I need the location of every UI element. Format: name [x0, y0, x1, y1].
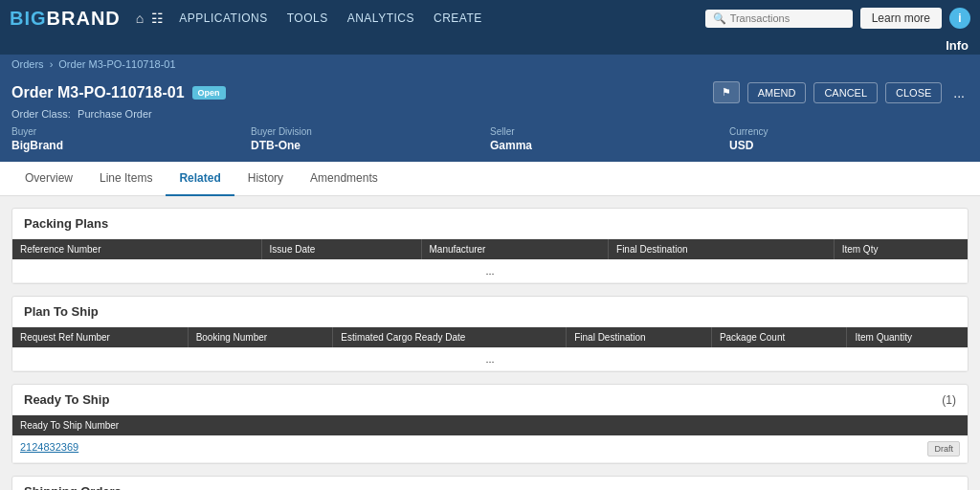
- info-button[interactable]: i: [949, 8, 970, 29]
- main-content: Packing Plans Reference Number Issue Dat…: [0, 196, 980, 490]
- tabs-bar: Overview Line Items Related History Amen…: [0, 162, 980, 196]
- ready-to-ship-count: (1): [942, 393, 956, 407]
- tab-related[interactable]: Related: [166, 162, 234, 196]
- tab-history[interactable]: History: [234, 162, 297, 196]
- order-class-label: Order Class:: [11, 108, 71, 120]
- order-fields: Buyer BigBrand Buyer Division DTB-One Se…: [11, 126, 969, 152]
- plan-to-ship-empty-row: ...: [12, 347, 968, 371]
- breadcrumb: Orders › Order M3-PO-110718-01: [0, 55, 980, 74]
- search-icon: 🔍: [713, 12, 726, 25]
- top-navigation: BIGBRAND ⌂ ☷ APPLICATIONS TOOLS ANALYTIC…: [0, 0, 980, 36]
- packing-plans-header-row: Reference Number Issue Date Manufacturer…: [12, 239, 968, 259]
- brand-name-part2: BRAND: [47, 8, 121, 29]
- plan-to-ship-title: Plan To Ship: [24, 304, 99, 319]
- buyer-field: Buyer BigBrand: [11, 126, 251, 152]
- nav-tools[interactable]: TOOLS: [287, 11, 328, 25]
- ready-to-ship-section: Ready To Ship (1) Ready To Ship Number 2…: [11, 384, 969, 464]
- breadcrumb-order-id[interactable]: Order M3-PO-110718-01: [58, 58, 175, 70]
- nav-links: APPLICATIONS TOOLS ANALYTICS CREATE: [179, 11, 482, 25]
- plan-to-ship-table: Request Ref Number Booking Number Estima…: [12, 327, 968, 371]
- currency-value: USD: [729, 139, 969, 152]
- shipping-orders-header: Shipping Orders: [12, 477, 968, 490]
- col-item-qty: Item Qty: [834, 239, 968, 259]
- rts-number-cell: 2124832369 Draft: [12, 435, 968, 463]
- buyer-label: Buyer: [11, 126, 251, 137]
- packing-plans-empty-text: ...: [12, 259, 968, 283]
- seller-field: Seller Gamma: [490, 126, 729, 152]
- col-final-destination: Final Destination: [609, 239, 835, 259]
- col-reference-number: Reference Number: [12, 239, 261, 259]
- shipping-orders-section: Shipping Orders Shipping Order Number Sh…: [11, 476, 969, 490]
- currency-field: Currency USD: [729, 126, 969, 152]
- order-status-badge: Open: [192, 86, 226, 100]
- packing-plans-header: Packing Plans: [12, 209, 968, 239]
- currency-label: Currency: [729, 126, 969, 137]
- flag-button[interactable]: ⚑: [713, 81, 740, 103]
- packing-plans-section: Packing Plans Reference Number Issue Dat…: [11, 208, 969, 284]
- ready-to-ship-header-row: Ready To Ship Number: [12, 415, 968, 435]
- plan-to-ship-section: Plan To Ship Request Ref Number Booking …: [11, 296, 969, 372]
- col-booking-number: Booking Number: [188, 327, 333, 347]
- buyer-division-field: Buyer Division DTB-One: [251, 126, 490, 152]
- order-class-value: Purchase Order: [78, 108, 152, 120]
- amend-button[interactable]: AMEND: [747, 82, 807, 103]
- rts-number-link[interactable]: 2124832369: [20, 441, 78, 453]
- nav-applications[interactable]: APPLICATIONS: [179, 11, 267, 25]
- rts-status-badge: Draft: [927, 441, 960, 457]
- plan-to-ship-header: Plan To Ship: [12, 297, 968, 327]
- packing-plans-title: Packing Plans: [24, 216, 108, 231]
- col-package-count: Package Count: [711, 327, 847, 347]
- search-input[interactable]: [730, 12, 845, 24]
- packing-plans-empty-row: ...: [12, 259, 968, 283]
- col-manufacturer: Manufacturer: [421, 239, 609, 259]
- more-actions-button[interactable]: ...: [949, 83, 969, 102]
- tab-line-items[interactable]: Line Items: [86, 162, 166, 196]
- order-class-row: Order Class: Purchase Order: [11, 107, 969, 121]
- breadcrumb-separator: ›: [50, 58, 54, 70]
- shipping-orders-title: Shipping Orders: [24, 484, 122, 490]
- packing-plans-table: Reference Number Issue Date Manufacturer…: [12, 239, 968, 283]
- col-cargo-ready-date: Estimated Cargo Ready Date: [333, 327, 567, 347]
- order-title: Order M3-PO-110718-01: [11, 84, 185, 101]
- breadcrumb-orders[interactable]: Orders: [11, 58, 44, 70]
- nav-create[interactable]: CREATE: [434, 11, 482, 25]
- learn-more-button[interactable]: Learn more: [860, 8, 942, 29]
- col-request-ref: Request Ref Number: [12, 327, 188, 347]
- ready-to-ship-title: Ready To Ship: [24, 392, 109, 407]
- plan-to-ship-empty-text: ...: [12, 347, 968, 371]
- buyer-division-label: Buyer Division: [251, 126, 490, 137]
- home-icon[interactable]: ⌂: [136, 11, 144, 26]
- plan-to-ship-header-row: Request Ref Number Booking Number Estima…: [12, 327, 968, 347]
- cancel-button[interactable]: CANCEL: [813, 82, 878, 103]
- nav-right: 🔍 Learn more i: [705, 8, 970, 29]
- brand-logo: BIGBRAND: [10, 8, 121, 30]
- seller-value: Gamma: [490, 139, 729, 152]
- tab-overview[interactable]: Overview: [11, 162, 86, 196]
- info-banner: Info: [0, 36, 980, 55]
- document-icon[interactable]: ☷: [151, 11, 164, 26]
- close-button[interactable]: CLOSE: [885, 82, 942, 103]
- col-pts-final-dest: Final Destination: [567, 327, 712, 347]
- seller-label: Seller: [490, 126, 729, 137]
- order-header: Order M3-PO-110718-01 Open ⚑ AMEND CANCE…: [0, 74, 980, 162]
- buyer-value: BigBrand: [11, 139, 251, 152]
- brand-name-part1: BIG: [10, 8, 47, 29]
- col-item-quantity: Item Quantity: [847, 327, 968, 347]
- ready-to-ship-table: Ready To Ship Number 2124832369 Draft: [12, 415, 968, 463]
- tab-amendments[interactable]: Amendments: [297, 162, 391, 196]
- order-title-row: Order M3-PO-110718-01 Open ⚑ AMEND CANCE…: [11, 81, 969, 103]
- order-actions: ⚑ AMEND CANCEL CLOSE ...: [713, 81, 969, 103]
- nav-analytics[interactable]: ANALYTICS: [347, 11, 414, 25]
- ready-to-ship-header: Ready To Ship (1): [12, 385, 968, 415]
- col-rts-number: Ready To Ship Number: [12, 415, 968, 435]
- ready-to-ship-row: 2124832369 Draft: [12, 435, 968, 463]
- order-title-left: Order M3-PO-110718-01 Open: [11, 84, 226, 101]
- buyer-division-value: DTB-One: [251, 139, 490, 152]
- search-box[interactable]: 🔍: [705, 10, 853, 28]
- col-issue-date: Issue Date: [261, 239, 421, 259]
